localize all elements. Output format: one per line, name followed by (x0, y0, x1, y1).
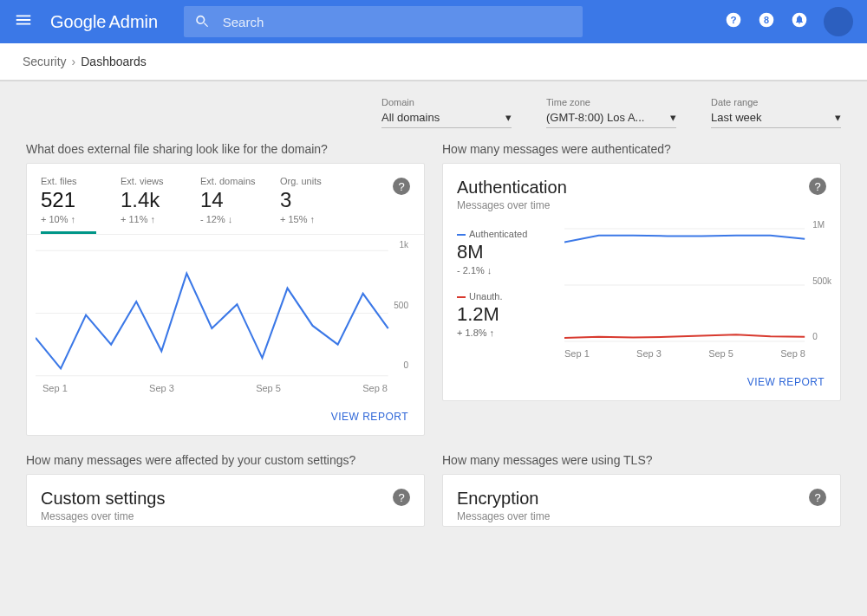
block-custom: How many messages were affected by your … (26, 453, 425, 527)
svg-text:8: 8 (764, 15, 769, 25)
view-report-link[interactable]: VIEW REPORT (27, 399, 424, 435)
app-header: Google Admin ? 8 (0, 0, 867, 43)
auth-body: Authenticated 8M - 2.1% Unauth. 1.2M + 1… (443, 215, 840, 364)
content: Domain All domains▾ Time zone (GMT-8:00)… (0, 81, 867, 527)
chevron-down-icon: ▾ (670, 111, 676, 124)
stat-tab-org-units[interactable]: Org. units 3 + 15% (280, 176, 336, 227)
line-chart (36, 242, 415, 385)
active-tab-indicator (41, 231, 96, 234)
help-icon[interactable]: ? (393, 489, 410, 506)
help-icon[interactable]: ? (809, 489, 826, 506)
y-axis-labels: 1k 500 0 (394, 240, 408, 370)
filter-value: (GMT-8:00) Los A... (546, 111, 644, 124)
search-input[interactable] (223, 15, 572, 29)
card-custom: ? Custom settings Messages over time (26, 474, 425, 527)
filter-timezone[interactable]: Time zone (GMT-8:00) Los A...▾ (546, 97, 676, 128)
chevron-right-icon: › (72, 55, 76, 68)
stat-tab-ext-domains[interactable]: Ext. domains 14 - 12% (200, 176, 256, 227)
filter-value: All domains (381, 111, 440, 124)
dashboard-grid: What does external file sharing look lik… (9, 142, 858, 527)
card-subtitle: Messages over time (457, 510, 826, 522)
legend: Authenticated 8M - 2.1% Unauth. 1.2M + 1… (457, 220, 552, 359)
card-question: How many messages were authenticated? (442, 142, 841, 156)
card-question: How many messages were affected by your … (26, 453, 425, 467)
svg-text:?: ? (730, 14, 736, 25)
block-encryption: How many messages were using TLS? ? Encr… (442, 453, 841, 527)
card-header: ? Encryption Messages over time (443, 475, 840, 526)
block-auth: How many messages were authenticated? ? … (442, 142, 841, 436)
card-title: Custom settings (41, 489, 410, 509)
card-header: ? Authentication Messages over time (443, 164, 840, 215)
y-axis-labels: 1M 500k 0 (812, 220, 831, 341)
legend-item-auth: Authenticated 8M - 2.1% (457, 229, 552, 276)
notifications-icon[interactable] (791, 11, 808, 32)
legend-item-unauth: Unauth. 1.2M + 1.8% (457, 291, 552, 338)
chevron-down-icon: ▾ (505, 111, 512, 124)
filter-label: Date range (711, 97, 841, 107)
filter-value: Last week (711, 111, 762, 124)
chevron-down-icon: ▾ (835, 111, 841, 124)
help-icon[interactable]: ? (809, 178, 826, 195)
filter-label: Domain (381, 97, 512, 107)
apps-icon[interactable]: 8 (758, 11, 775, 32)
card-auth: ? Authentication Messages over time Auth… (442, 163, 841, 401)
logo: Google Admin (50, 12, 158, 32)
menu-icon[interactable] (14, 10, 33, 33)
card-encryption: ? Encryption Messages over time (442, 474, 841, 527)
avatar[interactable] (824, 7, 853, 36)
filter-label: Time zone (546, 97, 676, 107)
card-question: What does external file sharing look lik… (26, 142, 425, 156)
header-actions: ? 8 (725, 7, 853, 36)
logo-main: Google (50, 12, 107, 32)
stats-row: ? Ext. files 521 + 10% Ext. views 1.4k +… (27, 164, 424, 235)
filters-row: Domain All domains▾ Time zone (GMT-8:00)… (9, 97, 858, 142)
stat-tab-ext-files[interactable]: Ext. files 521 + 10% (41, 176, 96, 227)
card-header: ? Custom settings Messages over time (27, 475, 424, 526)
card-title: Encryption (457, 489, 826, 509)
card-question: How many messages were using TLS? (442, 453, 841, 467)
line-chart (564, 220, 831, 350)
chart-authentication: 1M 500k 0 Sep 1 S (564, 220, 831, 359)
card-subtitle: Messages over time (457, 199, 826, 211)
help-icon[interactable]: ? (393, 178, 410, 195)
stat-tab-ext-views[interactable]: Ext. views 1.4k + 11% (121, 176, 176, 227)
view-report-link[interactable]: VIEW REPORT (443, 364, 840, 400)
search-icon (194, 13, 211, 30)
block-sharing: What does external file sharing look lik… (26, 142, 425, 436)
search-bar[interactable] (184, 6, 583, 37)
card-sharing: ? Ext. files 521 + 10% Ext. views 1.4k +… (26, 163, 425, 436)
breadcrumb-parent[interactable]: Security (23, 55, 67, 68)
chart-ext-files: 1k 500 0 Sep 1 Sep 3 Sep 5 Sep 8 (27, 235, 424, 399)
card-subtitle: Messages over time (41, 510, 410, 522)
breadcrumb: Security › Dashboards (0, 43, 867, 81)
breadcrumb-current: Dashboards (81, 55, 147, 68)
filter-daterange[interactable]: Date range Last week▾ (711, 97, 841, 128)
logo-sub: Admin (109, 12, 159, 32)
card-title: Authentication (457, 178, 826, 198)
help-icon[interactable]: ? (725, 11, 742, 32)
filter-domain[interactable]: Domain All domains▾ (381, 97, 512, 128)
